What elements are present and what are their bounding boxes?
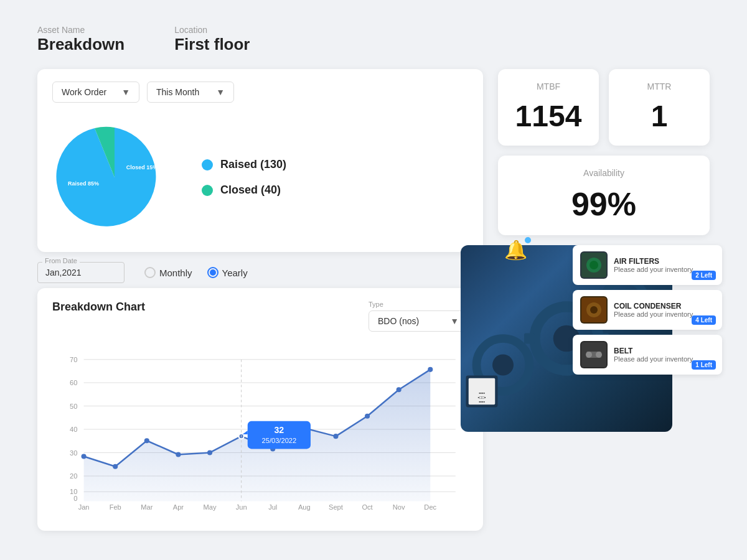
this-month-dropdown[interactable]: This Month ▼ (147, 82, 234, 103)
closed-legend-item: Closed (40) (202, 184, 286, 197)
svg-text:Apr: Apr (173, 503, 184, 511)
mttr-value: 1 (621, 99, 697, 133)
svg-point-57 (492, 355, 514, 376)
availability-card: Availability 99% (498, 156, 710, 235)
monthly-radio[interactable]: Monthly (144, 267, 192, 278)
svg-text:Jun: Jun (236, 503, 247, 511)
svg-point-22 (176, 452, 181, 457)
svg-text:40: 40 (70, 426, 77, 433)
type-dropdown[interactable]: BDO (nos) ▼ (369, 310, 468, 332)
svg-text:▪▪▪▪: ▪▪▪▪ (479, 391, 485, 395)
svg-point-71 (586, 352, 592, 358)
chart-header: Breakdown Chart Type BDO (nos) ▼ (52, 301, 468, 332)
svg-text:Sept: Sept (329, 503, 344, 511)
bell-icon: 🔔 (504, 240, 527, 260)
from-date-wrapper: From Date Jan,2021 (37, 262, 125, 283)
chart-title: Breakdown Chart (52, 301, 145, 314)
svg-text:Jan: Jan (78, 503, 90, 511)
svg-text:Jul: Jul (268, 503, 277, 511)
pie-legend: Raised (130) Closed (40) (202, 158, 286, 197)
pie-chart: Raised 85% Closed 15% Raised 85% Closed … (52, 115, 177, 240)
metrics-row: MTBF 1154 MTTR 1 (498, 69, 710, 146)
chevron-down-icon: ▼ (216, 87, 225, 97)
svg-text:70: 70 (70, 356, 77, 363)
raised-dot (202, 159, 213, 170)
svg-point-30 (428, 367, 433, 372)
svg-text:25/03/2022: 25/03/2022 (262, 437, 297, 444)
from-date-input[interactable]: Jan,2021 (37, 262, 125, 283)
notif-item-belt: BELT Please add your inventory 1 Left (573, 335, 722, 375)
raised-legend-item: Raised (130) (202, 158, 286, 171)
breakdown-chart-card: Breakdown Chart Type BDO (nos) ▼ (37, 288, 483, 531)
svg-point-29 (397, 387, 402, 392)
svg-point-72 (596, 352, 602, 358)
closed-pct-label: Closed 15% (126, 164, 158, 170)
mttr-card: MTTR 1 (609, 69, 710, 146)
filter-row: Work Order ▼ This Month ▼ (52, 82, 468, 103)
from-date-label: From Date (42, 257, 80, 264)
svg-text:Feb: Feb (110, 503, 121, 511)
raised-pct-label: Raised 85% (68, 180, 99, 187)
location-value: First floor (174, 35, 250, 54)
svg-text:0: 0 (73, 495, 77, 502)
type-label: Type (369, 301, 468, 308)
notif-badge-belt: 1 Left (692, 360, 716, 370)
notif-icon-airfilters (580, 251, 608, 279)
svg-rect-52 (524, 334, 535, 344)
svg-point-28 (365, 414, 370, 419)
notif-icon-coil (580, 296, 608, 324)
svg-point-65 (590, 261, 598, 269)
notifications-list: AIR FILTERS Please add your inventory 2 … (573, 245, 722, 380)
date-radio-row: From Date Jan,2021 Monthly Yearly (37, 262, 483, 283)
pie-chart-card: Work Order ▼ This Month ▼ (37, 69, 483, 252)
svg-rect-50 (561, 302, 572, 312)
svg-text:30: 30 (70, 449, 77, 457)
svg-text:Aug: Aug (298, 503, 311, 511)
svg-text:20: 20 (70, 472, 77, 480)
svg-text:32: 32 (274, 425, 284, 435)
notifications-area: ▪▪▪▪ ▪□□▪ ▪▪▪▪ 🔔 (498, 245, 710, 432)
notif-icon-belt (580, 341, 608, 368)
svg-text:Mar: Mar (141, 503, 153, 511)
mtbf-value: 1154 (510, 99, 586, 133)
mtbf-card: MTBF 1154 (498, 69, 599, 146)
notif-item-airfilters: AIR FILTERS Please add your inventory 2 … (573, 245, 722, 285)
mttr-label: MTTR (621, 82, 697, 91)
work-order-dropdown[interactable]: Work Order ▼ (52, 82, 139, 103)
notif-badge-airfilters: 2 Left (692, 271, 716, 280)
svg-point-20 (113, 464, 118, 469)
svg-rect-51 (561, 365, 572, 376)
notif-item-coil: COIL CONDENSER Please add your inventory… (573, 290, 722, 330)
svg-point-23 (207, 450, 212, 455)
svg-text:Nov: Nov (393, 503, 405, 511)
chevron-down-icon: ▼ (121, 87, 130, 97)
availability-label: Availability (510, 168, 697, 178)
yearly-radio-circle (207, 267, 218, 278)
svg-text:60: 60 (70, 379, 77, 386)
svg-text:▪□□▪: ▪□□▪ (477, 395, 486, 399)
svg-point-68 (590, 306, 598, 314)
svg-point-21 (144, 438, 149, 443)
svg-text:Dec: Dec (424, 503, 436, 511)
chevron-down-icon: ▼ (450, 316, 459, 326)
svg-text:Oct: Oct (362, 503, 373, 511)
notification-bell-wrapper: 🔔 (504, 239, 527, 261)
svg-point-19 (82, 454, 87, 459)
radio-group: Monthly Yearly (144, 267, 248, 278)
location-group: Location First floor (174, 25, 250, 54)
asset-name-group: Asset Name Breakdown (37, 25, 125, 54)
location-label: Location (174, 25, 250, 35)
svg-marker-35 (243, 431, 248, 434)
yearly-radio[interactable]: Yearly (207, 267, 248, 278)
monthly-radio-circle (144, 267, 156, 278)
notif-badge-coil: 4 Left (692, 315, 716, 325)
availability-value: 99% (510, 185, 697, 223)
line-chart-svg: 70 60 50 40 30 20 10 0 (52, 342, 468, 516)
asset-name-value: Breakdown (37, 35, 125, 54)
closed-dot (202, 185, 213, 196)
asset-name-label: Asset Name (37, 25, 125, 35)
svg-text:50: 50 (70, 403, 77, 410)
mtbf-label: MTBF (510, 82, 586, 91)
svg-point-27 (333, 434, 338, 439)
type-selector: Type BDO (nos) ▼ (369, 301, 468, 332)
